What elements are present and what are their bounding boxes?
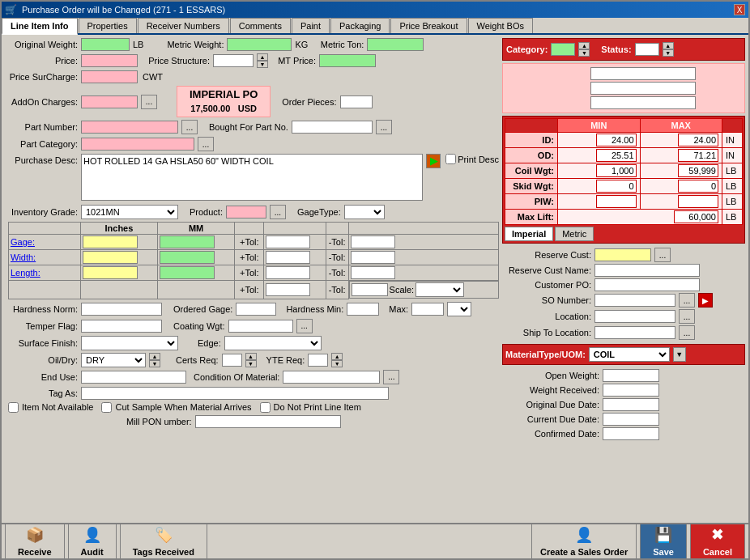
od-max[interactable] (678, 149, 718, 162)
receive-button[interactable]: 📦 Receive (5, 524, 65, 559)
purchase-desc-arrow[interactable]: ▶ (426, 154, 441, 168)
gage-label[interactable]: Gage: (11, 237, 35, 247)
tab-line-item-info[interactable]: Line Item Info (2, 18, 78, 35)
item-not-available-checkbox[interactable] (8, 402, 19, 413)
price-surcharge-input[interactable]: 0.0000 (81, 70, 138, 83)
close-button[interactable]: X (734, 4, 745, 15)
current-due-date-input[interactable]: 6/01/2022 (603, 413, 659, 426)
inventory-grade-select[interactable]: 1021MN (81, 205, 178, 219)
status-up[interactable]: ▲ (663, 42, 674, 49)
imperial-tab-button[interactable]: Imperial (505, 227, 553, 241)
length-mm-input[interactable]: 0.0000 (160, 266, 215, 279)
audit-button[interactable]: 👤 Audit (68, 524, 117, 559)
skidwgt-min[interactable] (596, 180, 637, 193)
save-button[interactable]: 💾 Save (640, 524, 687, 559)
width-mm-input[interactable]: 1,524.0000 (160, 251, 215, 264)
so-number-search[interactable]: ... (679, 293, 695, 308)
gage-tol-plus[interactable]: 0.0000 (266, 235, 310, 248)
condition-input[interactable] (283, 371, 380, 384)
price-input[interactable]: 35.0000 (81, 54, 138, 67)
skidwgt-max[interactable] (678, 180, 718, 193)
addon-charges-input[interactable] (81, 95, 138, 108)
piw-min[interactable] (596, 195, 637, 208)
tab-weight-bos[interactable]: Weight BOs (468, 18, 534, 33)
max-input[interactable]: 0 (411, 303, 444, 316)
width-inches-input[interactable]: 60.0000 (83, 251, 138, 264)
coilwgt-max[interactable] (678, 164, 718, 177)
scale-select[interactable] (415, 282, 464, 297)
oil-dry-up[interactable]: ▲ (149, 353, 160, 360)
mill-pon-input[interactable] (195, 415, 341, 428)
od-min[interactable] (596, 149, 637, 162)
so-number-input[interactable] (594, 294, 675, 307)
cancel-button[interactable]: ✖ Cancel (690, 524, 745, 559)
tab-paint[interactable]: Paint (292, 18, 330, 33)
surface-finish-select[interactable] (81, 336, 178, 350)
original-weight-input[interactable]: 50,000 (81, 38, 130, 51)
order-pieces-input[interactable]: 1 (340, 95, 373, 108)
tab-price-breakout[interactable]: Price Breakout (390, 18, 467, 33)
mt-price-input[interactable]: 771.6185 (319, 54, 376, 67)
tags-received-button[interactable]: 🏷️ Tags Received (120, 524, 207, 559)
certs-req-up[interactable]: ▲ (245, 353, 257, 360)
load-number-input[interactable] (590, 67, 696, 80)
so-number-video-btn[interactable]: ▶ (698, 293, 713, 308)
weight-received-input[interactable]: 0 (603, 384, 659, 397)
yte-req-up[interactable]: ▲ (331, 353, 343, 360)
gage-tol-minus[interactable]: 0.0000 (351, 235, 395, 248)
open-weight-input[interactable]: 50,000 (603, 369, 659, 382)
material-type-dropdown[interactable]: ▼ (673, 347, 686, 362)
row4-tol-plus[interactable]: 0 (266, 283, 310, 296)
tag-as-input[interactable]: 14GA X 60.0000 CL HR CS-B NEW TAG (81, 387, 389, 400)
length-tol-minus[interactable]: 0.0000 (351, 266, 395, 279)
max-select[interactable] (447, 302, 471, 316)
id-min[interactable] (596, 134, 637, 146)
coating-wgt-search[interactable]: ... (296, 319, 313, 333)
location-search[interactable]: ... (679, 309, 695, 324)
part-number-search[interactable]: ... (181, 120, 198, 134)
reserve-cust-name-input[interactable]: PS DATA INC (594, 264, 700, 277)
cut-sample-checkbox[interactable] (101, 402, 112, 413)
piw-max[interactable] (678, 195, 718, 208)
oil-dry-select[interactable]: DRY (81, 353, 146, 367)
location-input[interactable] (594, 310, 675, 323)
gage-mm-input[interactable]: 1.7526 (160, 235, 215, 248)
id-max[interactable] (678, 134, 718, 146)
product-input[interactable]: HR (226, 206, 266, 218)
part-category-input[interactable]: MASTER COIL (81, 138, 194, 151)
ship-to-location-search[interactable]: ... (679, 325, 695, 340)
certs-req-input[interactable]: Y (222, 354, 242, 367)
metric-tab-button[interactable]: Metric (555, 227, 594, 241)
original-due-date-input[interactable]: 6/01/2022 (603, 398, 659, 411)
do-not-print-checkbox[interactable] (260, 402, 271, 413)
temper-flag-input[interactable] (81, 320, 162, 333)
length-label[interactable]: Length: (11, 268, 40, 278)
material-type-select[interactable]: COIL (589, 347, 670, 362)
category-down[interactable]: ▼ (578, 49, 590, 57)
ordered-gage-input[interactable]: 14GA (236, 303, 276, 316)
reserve-cust-input[interactable]: SSCSD (594, 248, 651, 261)
status-input[interactable]: 0 (635, 43, 659, 56)
hardness-norm-input[interactable] (81, 303, 162, 316)
condition-search[interactable]: ... (383, 370, 399, 384)
tab-comments[interactable]: Comments (230, 18, 291, 33)
purchase-desc-input[interactable]: <span data-bind="form.purchase_desc_valu… (81, 154, 423, 201)
addon-search-button[interactable]: ... (141, 95, 157, 109)
hardness-min-input[interactable]: 0 (347, 303, 379, 316)
width-tol-plus[interactable]: 1.5000 (266, 251, 310, 264)
width-label[interactable]: Width: (11, 252, 36, 262)
metric-weight-input[interactable]: 22,679.618 (227, 38, 292, 51)
confirmed-date-input[interactable] (603, 427, 659, 440)
yte-req-input[interactable]: Y (308, 354, 328, 367)
create-sales-order-button[interactable]: 👤 Create a Sales Order (531, 524, 637, 559)
category-input[interactable]: LM (551, 43, 575, 56)
coating-wgt-input[interactable] (228, 320, 293, 333)
tab-properties[interactable]: Properties (79, 18, 137, 33)
status-down[interactable]: ▼ (663, 49, 674, 57)
yte-req-down[interactable]: ▼ (331, 360, 343, 367)
edge-select[interactable] (224, 336, 322, 350)
part-category-search[interactable]: ... (198, 137, 214, 151)
ship-to-location-input[interactable] (594, 326, 675, 339)
price-structure-input[interactable]: CWT (213, 54, 254, 67)
length-tol-plus[interactable]: 0.0000 (266, 266, 310, 279)
